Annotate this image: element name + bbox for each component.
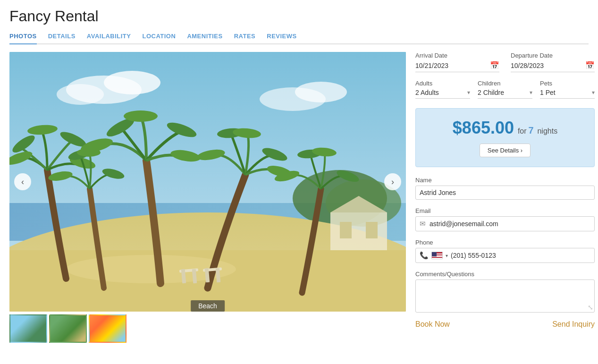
price-nights: 7 <box>528 125 533 135</box>
guests-row: Adults 2 Adults ▾ Children 2 Childre ▾ P… <box>415 80 595 99</box>
page-title: Fancy Rental <box>9 8 589 25</box>
phone-input[interactable]: 📞 ▾ (201) 555-0123 <box>415 248 595 263</box>
comments-textarea[interactable]: ⤡ <box>415 279 595 313</box>
arrival-calendar-icon[interactable]: 📅 <box>490 61 499 70</box>
tab-reviews[interactable]: REVIEWS <box>267 33 296 44</box>
children-label: Children <box>478 80 532 87</box>
nav-tabs: PHOTOS DETAILS AVAILABILITY LOCATION AME… <box>9 33 589 44</box>
resize-handle-icon: ⤡ <box>588 304 593 311</box>
pets-field: Pets 1 Pet ▾ <box>540 80 595 99</box>
adults-label: Adults <box>415 80 470 87</box>
svg-point-2 <box>104 71 160 94</box>
email-label: Email <box>415 207 595 214</box>
adults-field: Adults 2 Adults ▾ <box>415 80 470 99</box>
pets-value: 1 Pet <box>540 89 592 96</box>
children-chevron-icon: ▾ <box>530 89 532 96</box>
send-inquiry-button[interactable]: Send Inquiry <box>552 320 595 329</box>
tab-details[interactable]: DETAILS <box>48 33 76 44</box>
flag-chevron-icon[interactable]: ▾ <box>446 253 448 258</box>
email-value: astrid@jonesemail.com <box>430 220 590 228</box>
adults-chevron-icon: ▾ <box>467 89 470 96</box>
svg-point-5 <box>295 82 347 102</box>
thumbnails <box>9 314 406 343</box>
tab-availability[interactable]: AVAILABILITY <box>87 33 131 44</box>
price-box: $865.00 for 7 nights See Details › <box>415 108 595 167</box>
name-label: Name <box>415 177 595 184</box>
thumbnail-3[interactable] <box>89 314 126 343</box>
children-select[interactable]: 2 Childre ▾ <box>478 89 532 99</box>
phone-number: (201) 555-0123 <box>451 252 496 259</box>
comments-field: Comments/Questions ⤡ <box>415 271 595 313</box>
phone-icon: 📞 <box>420 251 429 260</box>
flag-us-icon <box>431 252 443 259</box>
svg-rect-41 <box>330 212 387 250</box>
phone-field: Phone 📞 ▾ (201) 555-0123 <box>415 239 595 263</box>
departure-value: 10/28/2023 <box>511 62 585 69</box>
svg-rect-44 <box>366 222 378 238</box>
booking-panel: Arrival Date 10/21/2023 📅 Departure Date… <box>415 52 595 329</box>
price-nights-label: nights <box>537 127 557 135</box>
thumbnail-2[interactable] <box>49 314 87 343</box>
departure-label: Departure Date <box>511 52 595 59</box>
departure-calendar-icon[interactable]: 📅 <box>585 61 595 70</box>
thumbnail-1[interactable] <box>9 314 47 343</box>
pets-chevron-icon: ▾ <box>592 89 595 96</box>
phone-label: Phone <box>415 239 595 246</box>
svg-point-19 <box>124 110 158 122</box>
svg-rect-43 <box>340 222 352 238</box>
pets-label: Pets <box>540 80 595 87</box>
tab-photos[interactable]: PHOTOS <box>9 33 37 44</box>
date-row: Arrival Date 10/21/2023 📅 Departure Date… <box>415 52 595 72</box>
adults-select[interactable]: 2 Adults ▾ <box>415 89 470 99</box>
pets-select[interactable]: 1 Pet ▾ <box>540 89 595 99</box>
email-icon: ✉ <box>420 220 426 228</box>
name-value: Astrid Jones <box>420 189 590 196</box>
tab-location[interactable]: LOCATION <box>142 33 176 44</box>
price-display: $865.00 for 7 nights <box>425 118 585 138</box>
prev-image-button[interactable]: ‹ <box>14 173 31 190</box>
departure-field: Departure Date 10/28/2023 📅 <box>511 52 595 72</box>
action-row: Book Now Send Inquiry <box>415 320 595 329</box>
price-for: for <box>518 127 527 135</box>
price-amount: $865.00 <box>453 118 514 137</box>
comments-label: Comments/Questions <box>415 271 595 278</box>
email-input[interactable]: ✉ astrid@jonesemail.com <box>415 216 595 231</box>
departure-input-wrap[interactable]: 10/28/2023 📅 <box>511 61 595 72</box>
tab-rates[interactable]: RATES <box>234 33 256 44</box>
email-field: Email ✉ astrid@jonesemail.com <box>415 207 595 231</box>
arrival-input-wrap[interactable]: 10/21/2023 📅 <box>415 61 499 72</box>
name-input[interactable]: Astrid Jones <box>415 186 595 200</box>
children-field: Children 2 Childre ▾ <box>478 80 532 99</box>
next-image-button[interactable]: › <box>384 173 401 190</box>
adults-value: 2 Adults <box>415 89 467 96</box>
children-value: 2 Childre <box>478 89 530 96</box>
main-image: ‹ › Beach <box>9 52 406 312</box>
svg-point-3 <box>57 84 104 105</box>
book-now-button[interactable]: Book Now <box>415 320 450 329</box>
arrival-value: 10/21/2023 <box>415 62 490 69</box>
arrival-field: Arrival Date 10/21/2023 📅 <box>415 52 499 72</box>
image-caption: Beach <box>191 300 225 312</box>
svg-point-29 <box>77 148 101 157</box>
image-area: ‹ › Beach <box>9 52 406 343</box>
name-field: Name Astrid Jones <box>415 177 595 200</box>
tab-amenities[interactable]: AMENITIES <box>187 33 222 44</box>
arrival-label: Arrival Date <box>415 52 499 59</box>
see-details-button[interactable]: See Details › <box>480 144 531 157</box>
